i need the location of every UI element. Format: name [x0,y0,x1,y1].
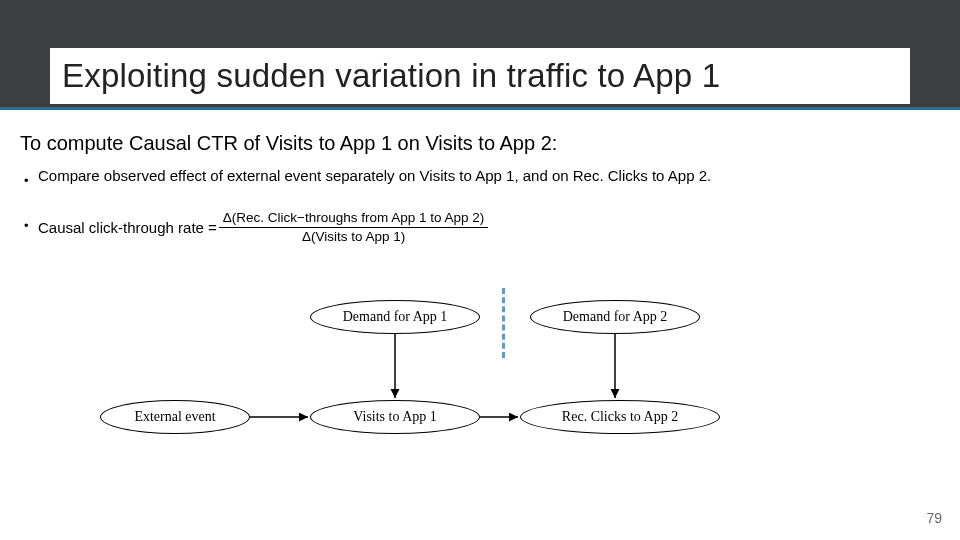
node-rec-clicks-app2-label: Rec. Clicks to App 2 [562,409,678,425]
lead-sentence: To compute Causal CTR of Visits to App 1… [20,132,940,155]
content-area: To compute Causal CTR of Visits to App 1… [20,132,940,267]
slide: Exploiting sudden variation in traffic t… [0,0,960,540]
fraction-numerator: Δ(Rec. Click−throughs from App 1 to App … [219,210,489,228]
bullet-dot [24,210,38,233]
node-demand-app1: Demand for App 1 [310,300,480,334]
bullet-list: Compare observed effect of external even… [20,165,940,245]
bullet-2-text: Causal click-through rate = Δ(Rec. Click… [38,210,940,245]
fraction: Δ(Rec. Click−throughs from App 1 to App … [219,210,489,245]
title-box: Exploiting sudden variation in traffic t… [50,48,910,104]
slide-title: Exploiting sudden variation in traffic t… [62,57,720,95]
node-external-event-label: External event [134,409,215,425]
bullet-dot [24,165,38,188]
arrows-layer [100,300,860,460]
node-demand-app1-label: Demand for App 1 [343,309,448,325]
bullet-2-prefix: Causal click-through rate = [38,217,217,238]
bullet-2: Causal click-through rate = Δ(Rec. Click… [24,210,940,245]
title-bar: Exploiting sudden variation in traffic t… [0,0,960,110]
causal-diagram: Demand for App 1 Demand for App 2 Extern… [100,300,860,460]
node-demand-app2: Demand for App 2 [530,300,700,334]
bullet-1: Compare observed effect of external even… [24,165,940,188]
node-visits-app1: Visits to App 1 [310,400,480,434]
node-demand-app2-label: Demand for App 2 [563,309,668,325]
bullet-1-text: Compare observed effect of external even… [38,165,940,186]
fraction-denominator: Δ(Visits to App 1) [298,228,409,245]
cut-dashed-line [502,288,505,358]
node-visits-app1-label: Visits to App 1 [353,409,437,425]
node-external-event: External event [100,400,250,434]
page-number: 79 [926,510,942,526]
node-rec-clicks-app2: Rec. Clicks to App 2 [520,400,720,434]
